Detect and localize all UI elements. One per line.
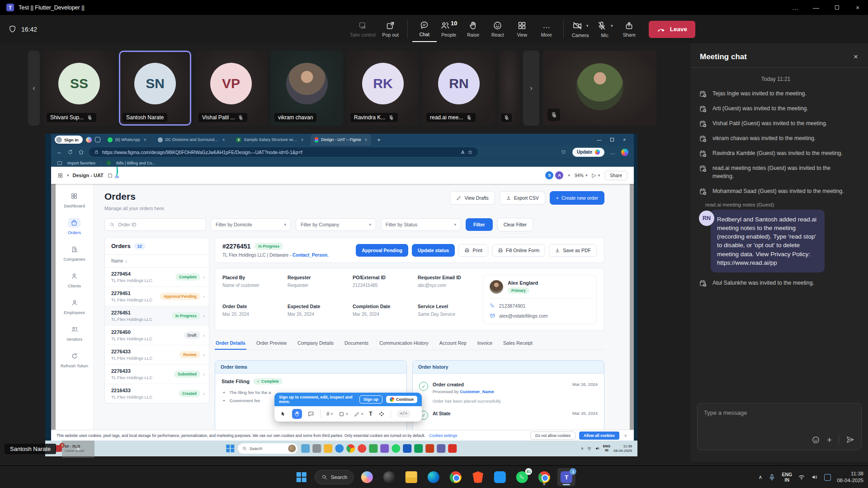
app-icon[interactable] xyxy=(448,444,457,453)
sidebar-item-orders[interactable]: Orders xyxy=(68,218,81,235)
tab-communication-history[interactable]: Communication History xyxy=(378,337,429,350)
taskbar-app-chrome-profile[interactable] xyxy=(535,468,553,486)
view-drafts-button[interactable]: View Drafts xyxy=(450,191,495,205)
shared-search-box[interactable]: Search xyxy=(238,443,297,454)
read-aloud-icon[interactable]: A xyxy=(461,150,464,155)
taskbar-app-file-explorer[interactable] xyxy=(402,468,420,486)
order-row[interactable]: 2276450TL Flex Holdings LLC Draft › xyxy=(105,326,209,345)
taskbar-app-whatsapp[interactable]: 81 xyxy=(513,468,531,486)
people-button[interactable]: 10 People xyxy=(437,17,461,42)
address-bar[interactable]: https://www.figma.com/design/9BKQ0FOHRWa… xyxy=(89,147,478,157)
send-icon[interactable] xyxy=(846,435,855,444)
browser-profile-avatar[interactable] xyxy=(621,149,628,156)
tiles-scroll-right-button[interactable]: › xyxy=(523,51,539,126)
mic-button[interactable]: ▾ Mic xyxy=(593,17,617,42)
video-tile-santosh[interactable]: SN Santosh Narate xyxy=(119,51,191,126)
pen-tool[interactable]: ▾ xyxy=(354,411,363,417)
allow-cookies-button[interactable]: Allow all cookies xyxy=(579,432,619,440)
text-tool[interactable]: T xyxy=(369,411,372,417)
update-browser-button[interactable]: Update xyxy=(572,148,604,157)
customer-name-link[interactable]: Customer_Name xyxy=(460,389,494,394)
minimize-button[interactable]: — xyxy=(806,0,826,15)
attach-plus-icon[interactable]: + xyxy=(827,436,832,444)
sidebar-item-vendors[interactable]: Vendors xyxy=(66,324,82,342)
filter-status-select[interactable]: Filter by Status ▾ xyxy=(381,218,461,231)
react-button[interactable]: React xyxy=(486,17,510,42)
video-tile-ravindra[interactable]: RK Ravindra K... xyxy=(347,51,419,126)
video-tile-readai[interactable]: RN read.ai mee... xyxy=(423,51,495,126)
video-tile-vikram[interactable]: vikram chavan xyxy=(271,51,343,126)
camera-button[interactable]: ▾ Camera xyxy=(568,17,593,42)
language-indicator[interactable]: ENGIN xyxy=(603,445,610,452)
presenter-add-button[interactable]: + xyxy=(62,441,94,458)
refresh-icon[interactable] xyxy=(67,149,73,155)
app-icon[interactable] xyxy=(380,444,389,453)
browser-signin-button[interactable]: Sign in xyxy=(55,136,83,144)
shape-tool[interactable]: ▾ xyxy=(339,411,348,417)
taskbar-app-notion[interactable] xyxy=(380,468,398,486)
sidebar-item-dashboard[interactable]: Dashboard xyxy=(64,191,85,208)
components-tool[interactable] xyxy=(378,411,385,417)
taskbar-app-edge[interactable] xyxy=(425,468,443,486)
dev-mode-toggle[interactable]: </> xyxy=(397,410,410,418)
order-row[interactable]: 2276433TL Flex Holdings LLC Review › xyxy=(105,345,209,365)
back-icon[interactable]: ← xyxy=(57,149,62,155)
filter-button[interactable]: Filter xyxy=(466,218,493,231)
tab-documents[interactable]: Documents xyxy=(344,337,369,350)
browser-minimize-icon[interactable]: — xyxy=(597,137,601,142)
video-tile-shivani[interactable]: SS Shivani Sup... xyxy=(43,51,115,126)
view-button[interactable]: View xyxy=(510,17,534,42)
speaker-icon[interactable] xyxy=(811,474,818,481)
taskbar-app-chrome[interactable] xyxy=(447,468,465,486)
raise-hand-button[interactable]: Raise xyxy=(461,17,486,42)
video-tile-vishal[interactable]: VP Vishal Patil ... xyxy=(195,51,267,126)
bookmark-bills[interactable]: Bills | Billing and Co... xyxy=(116,161,156,165)
print-button[interactable]: Print xyxy=(458,244,488,257)
copilot-icon[interactable] xyxy=(86,137,92,143)
order-row[interactable]: 2216433TL Flex Holdings LLC Created › xyxy=(105,384,209,403)
camera-options-chevron[interactable]: ▾ xyxy=(586,23,589,28)
create-new-order-button[interactable]: + Create new order xyxy=(550,191,604,205)
layout-icon[interactable] xyxy=(107,173,113,178)
signup-button[interactable]: Sign up xyxy=(359,395,382,404)
tab-company-details[interactable]: Company Details xyxy=(297,337,335,350)
app-icon[interactable] xyxy=(437,444,445,453)
tab-close-icon[interactable]: × xyxy=(364,137,367,142)
tab-order-details[interactable]: Order Details xyxy=(215,337,246,350)
app-icon[interactable] xyxy=(312,444,321,453)
start-button[interactable] xyxy=(226,445,234,453)
app-icon[interactable] xyxy=(403,444,411,453)
spotlight-tile[interactable] xyxy=(543,51,656,126)
more-button[interactable]: … More xyxy=(534,17,559,42)
deny-cookies-button[interactable]: Do not allow cookies xyxy=(530,432,576,440)
tab-close-icon[interactable]: × xyxy=(301,137,303,142)
new-tab-button[interactable]: + xyxy=(374,136,383,143)
google-continue-button[interactable]: Continue xyxy=(386,396,417,403)
taskbar-clock[interactable]: 11:3808-04-2025 xyxy=(837,470,863,484)
favorite-star-icon[interactable] xyxy=(467,150,473,155)
browser-essentials-icon[interactable] xyxy=(561,149,566,155)
order-row[interactable]: 2279451TL Flex Holdings LLC Approval Pen… xyxy=(105,287,209,306)
shared-taskbar-apps[interactable] xyxy=(301,444,457,453)
tray-chevron-icon[interactable]: ∧ xyxy=(581,446,584,450)
tab-invoice[interactable]: Invoice xyxy=(476,337,493,350)
present-button[interactable]: ▷ ▾ xyxy=(592,172,600,178)
tab-order-preview[interactable]: Order Preview xyxy=(255,337,288,350)
hand-tool-active[interactable] xyxy=(292,409,302,419)
browser-close-icon[interactable]: × xyxy=(623,137,626,142)
cookie-close-icon[interactable]: × xyxy=(623,433,628,438)
wifi-icon[interactable] xyxy=(587,446,592,451)
taskbar-app-copilot[interactable] xyxy=(358,468,376,486)
browser-maximize-icon[interactable] xyxy=(610,138,614,141)
browser-menu-dots-icon[interactable]: … xyxy=(610,150,615,155)
emoji-icon[interactable] xyxy=(811,436,820,444)
cookie-settings-link[interactable]: Cookies settings xyxy=(429,433,457,438)
save-as-pdf-button[interactable]: Save as PDF xyxy=(549,244,597,257)
taskbar-app-teams[interactable]: T 1 xyxy=(557,468,576,486)
order-id-search-input[interactable]: Order ID xyxy=(104,218,206,231)
maximize-button[interactable] xyxy=(826,0,847,15)
order-row-selected[interactable]: 2276451TL Flex Holdings LLC In Progress … xyxy=(105,306,209,326)
app-icon[interactable] xyxy=(414,444,423,453)
language-indicator[interactable]: ENGIN xyxy=(782,472,792,483)
fill-online-form-button[interactable]: Fill Online Form xyxy=(492,244,545,257)
